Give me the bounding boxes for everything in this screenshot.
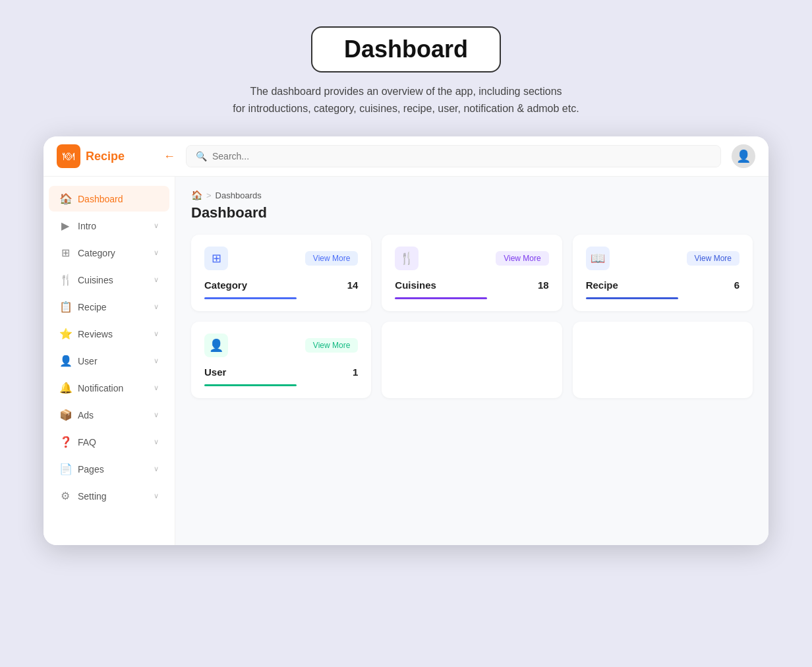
- nav-label-intro: Intro: [78, 221, 96, 231]
- card-row-cuisines: Cuisines 18: [395, 279, 548, 291]
- nav-icon-faq: ❓: [59, 436, 71, 448]
- nav-label-user: User: [78, 356, 98, 366]
- sidebar-item-category[interactable]: ⊞ Category ∨: [49, 240, 169, 266]
- stat-card-recipe: 📖 View More Recipe 6: [573, 235, 753, 311]
- sidebar-item-reviews[interactable]: ⭐ Reviews ∨: [49, 321, 169, 347]
- stat-cards-top: ⊞ View More Category 14 🍴 View More Cuis…: [191, 235, 753, 311]
- nav-label-dashboard: Dashboard: [78, 194, 123, 204]
- view-more-cuisines[interactable]: View More: [496, 251, 548, 266]
- card-icon-user: 👤: [204, 334, 228, 357]
- nav-label-notification: Notification: [78, 383, 123, 393]
- nav-chevron-setting: ∨: [154, 492, 159, 500]
- nav-label-setting: Setting: [78, 491, 107, 502]
- nav-label-pages: Pages: [78, 464, 104, 475]
- nav-icon-user: 👤: [59, 355, 71, 367]
- card-count-user: 1: [353, 366, 358, 378]
- logo-area: 🍽 Recipe ←: [57, 144, 175, 168]
- nav-label-reviews: Reviews: [78, 329, 113, 339]
- stat-card-category: ⊞ View More Category 14: [191, 235, 371, 311]
- main-layout: 🏠 Dashboard ▶ Intro ∨ ⊞ Category ∨ 🍴 Cui…: [44, 177, 768, 545]
- nav-label-faq: FAQ: [78, 437, 96, 448]
- nav-icon-category: ⊞: [59, 246, 71, 259]
- card-count-category: 14: [347, 279, 359, 291]
- nav-chevron-intro: ∨: [154, 221, 159, 230]
- view-more-user[interactable]: View More: [305, 338, 358, 353]
- card-icon-cuisines: 🍴: [395, 246, 419, 270]
- card-top-user: 👤 View More: [204, 334, 358, 357]
- sidebar-item-cuisines[interactable]: 🍴 Cuisines ∨: [49, 267, 169, 293]
- card-bar-user: [204, 384, 297, 386]
- card-top-recipe: 📖 View More: [586, 246, 740, 270]
- card-bar-category: [204, 297, 297, 299]
- card-bar-recipe: [586, 297, 678, 299]
- collapse-button[interactable]: ←: [163, 150, 175, 163]
- nav-icon-cuisines: 🍴: [59, 274, 71, 286]
- stat-card-user: 👤 View More User 1: [191, 322, 371, 398]
- nav-icon-dashboard: 🏠: [59, 192, 71, 205]
- sidebar-item-recipe[interactable]: 📋 Recipe ∨: [49, 294, 169, 320]
- nav-icon-pages: 📄: [59, 463, 71, 475]
- empty-card-1: [573, 322, 753, 398]
- page-subtitle: The dashboard provides an overview of th…: [233, 83, 579, 117]
- nav-chevron-recipe: ∨: [154, 303, 159, 311]
- logo-text: Recipe: [86, 150, 125, 163]
- sidebar-item-dashboard[interactable]: 🏠 Dashboard: [49, 186, 169, 212]
- nav-chevron-reviews: ∨: [154, 330, 159, 338]
- nav-chevron-notification: ∨: [154, 384, 159, 392]
- sidebar-item-user[interactable]: 👤 User ∨: [49, 348, 169, 374]
- empty-card-0: [382, 322, 562, 398]
- view-more-recipe[interactable]: View More: [687, 251, 740, 266]
- sidebar-item-intro[interactable]: ▶ Intro ∨: [49, 213, 169, 239]
- sidebar: 🏠 Dashboard ▶ Intro ∨ ⊞ Category ∨ 🍴 Cui…: [44, 177, 175, 545]
- search-input[interactable]: [212, 151, 711, 161]
- page-title-box: Dashboard: [311, 26, 501, 72]
- nav-label-cuisines: Cuisines: [78, 275, 113, 285]
- card-label-cuisines: Cuisines: [395, 279, 436, 291]
- breadcrumb: 🏠 > Dashboards: [191, 190, 753, 200]
- sidebar-item-pages[interactable]: 📄 Pages ∨: [49, 456, 169, 482]
- breadcrumb-separator: >: [206, 190, 212, 200]
- nav-icon-intro: ▶: [59, 219, 71, 232]
- search-bar[interactable]: 🔍: [186, 145, 721, 167]
- card-row-recipe: Recipe 6: [586, 279, 740, 291]
- card-top-cuisines: 🍴 View More: [395, 246, 548, 270]
- sidebar-item-notification[interactable]: 🔔 Notification ∨: [49, 375, 169, 401]
- view-more-category[interactable]: View More: [305, 251, 358, 266]
- card-count-cuisines: 18: [538, 279, 549, 291]
- card-top-category: ⊞ View More: [204, 246, 358, 270]
- breadcrumb-parent: Dashboards: [216, 190, 262, 200]
- nav-chevron-pages: ∨: [154, 465, 159, 473]
- nav-chevron-faq: ∨: [154, 438, 159, 446]
- nav-label-ads: Ads: [78, 410, 94, 420]
- nav-chevron-ads: ∨: [154, 411, 159, 419]
- search-icon: 🔍: [196, 151, 207, 161]
- nav-icon-recipe: 📋: [59, 301, 71, 313]
- logo-icon: 🍽: [57, 144, 80, 168]
- nav-chevron-user: ∨: [154, 357, 159, 365]
- card-icon-category: ⊞: [204, 246, 228, 270]
- card-row-user: User 1: [204, 366, 358, 378]
- sidebar-item-setting[interactable]: ⚙ Setting ∨: [49, 483, 169, 509]
- nav-icon-reviews: ⭐: [59, 328, 71, 340]
- nav-icon-notification: 🔔: [59, 382, 71, 394]
- card-label-category: Category: [204, 279, 247, 291]
- content-area: 🏠 > Dashboards Dashboard ⊞ View More Cat…: [175, 177, 768, 545]
- app-window: 🍽 Recipe ← 🔍 👤 🏠 Dashboard ▶ Intro ∨ ⊞ C…: [44, 136, 768, 545]
- stat-cards-bottom: 👤 View More User 1: [191, 322, 753, 398]
- stat-card-cuisines: 🍴 View More Cuisines 18: [382, 235, 562, 311]
- card-bar-cuisines: [395, 297, 487, 299]
- content-title: Dashboard: [191, 204, 753, 221]
- sidebar-item-ads[interactable]: 📦 Ads ∨: [49, 402, 169, 428]
- card-icon-recipe: 📖: [586, 246, 610, 270]
- nav-chevron-cuisines: ∨: [154, 276, 159, 284]
- card-label-recipe: Recipe: [586, 279, 618, 291]
- sidebar-item-faq[interactable]: ❓ FAQ ∨: [49, 429, 169, 455]
- card-row-category: Category 14: [204, 279, 358, 291]
- card-count-recipe: 6: [734, 279, 740, 291]
- card-label-user: User: [204, 366, 226, 378]
- nav-chevron-category: ∨: [154, 248, 159, 257]
- avatar[interactable]: 👤: [732, 144, 755, 168]
- top-bar: 🍽 Recipe ← 🔍 👤: [44, 136, 768, 177]
- nav-label-recipe: Recipe: [78, 302, 107, 312]
- breadcrumb-home-icon: 🏠: [191, 190, 202, 200]
